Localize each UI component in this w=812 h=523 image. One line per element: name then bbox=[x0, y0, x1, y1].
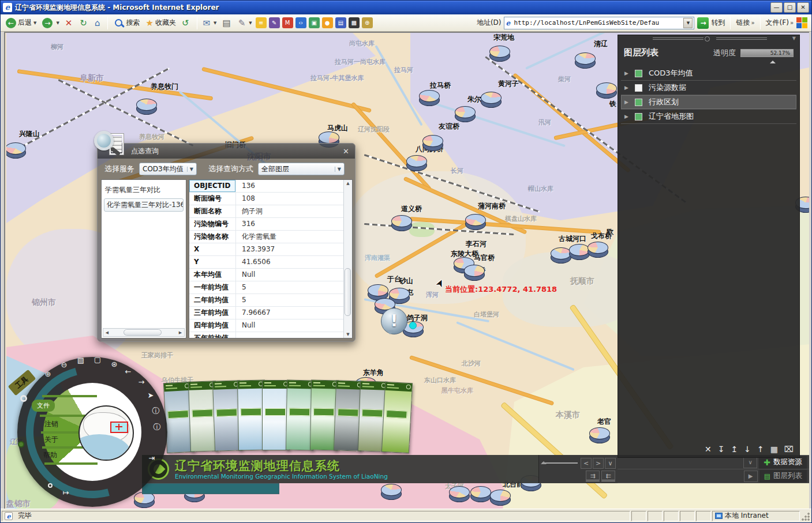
layer-list-expand-icon[interactable]: ▶ bbox=[744, 471, 758, 482]
carousel-prev-button[interactable]: < bbox=[581, 458, 592, 469]
query-mode-select[interactable]: 全部图层 ▼ bbox=[258, 163, 345, 175]
pie-chart-marker[interactable] bbox=[489, 46, 510, 61]
carousel-card[interactable] bbox=[381, 382, 413, 453]
scroll-up-icon[interactable]: ▲ bbox=[344, 181, 352, 186]
scroll-down-icon[interactable]: ▼ bbox=[344, 332, 352, 337]
pie-chart-marker[interactable] bbox=[575, 52, 596, 68]
maximize-button[interactable]: □ bbox=[784, 2, 796, 13]
vertical-scrollbar[interactable]: ▲ ▼ bbox=[343, 180, 352, 338]
result-list-item[interactable]: 化学需氧量三年对比-136 bbox=[104, 198, 184, 212]
expand-arrow-icon[interactable]: ▶ bbox=[624, 114, 635, 119]
pointer-icon[interactable]: ➤ bbox=[145, 391, 156, 400]
horizontal-scrollbar[interactable]: ◀ ▶ bbox=[103, 328, 185, 337]
zoom-out-icon[interactable]: ⊖ bbox=[58, 360, 70, 369]
minimap-extent-box[interactable] bbox=[110, 422, 128, 433]
globe-icon[interactable]: ⊛ bbox=[108, 360, 120, 368]
history-button[interactable]: ↺▼ bbox=[180, 17, 193, 29]
overview-minimap[interactable] bbox=[78, 405, 134, 461]
pie-chart-marker[interactable] bbox=[481, 92, 502, 107]
expand-arrow-icon[interactable]: ▶ bbox=[624, 70, 635, 76]
opacity-slider-thumb-icon[interactable] bbox=[770, 58, 776, 63]
full-extent-icon[interactable]: ▢ bbox=[92, 355, 103, 364]
ball-icon[interactable]: ● bbox=[322, 17, 333, 28]
opacity-slider[interactable]: 52.17% bbox=[740, 49, 794, 57]
favorites-button[interactable]: ★收藏夹▼ bbox=[144, 17, 177, 29]
pie-chart-marker[interactable] bbox=[551, 247, 571, 263]
layer-row[interactable]: ▶辽宁省地形图 bbox=[621, 110, 796, 124]
print-button[interactable]: ▤▼ bbox=[220, 17, 234, 29]
notes-icon[interactable]: ≡ bbox=[256, 17, 267, 28]
layer-row[interactable]: ▶污染源数据 bbox=[621, 81, 796, 95]
pie-chart-marker[interactable] bbox=[368, 284, 388, 300]
dialog-close-icon[interactable]: ✕ bbox=[343, 147, 349, 156]
pie-chart-marker[interactable] bbox=[134, 492, 155, 507]
panel-drag-handle[interactable]: ▼ bbox=[618, 35, 799, 43]
layer-checkbox[interactable] bbox=[635, 99, 642, 106]
wheel-menu-item[interactable]: 注销 bbox=[44, 419, 58, 429]
pie-chart-marker[interactable] bbox=[419, 90, 440, 106]
qr-icon[interactable]: ▩ bbox=[349, 17, 360, 28]
media-icon[interactable]: ‹› bbox=[295, 17, 306, 28]
pie-chart-marker[interactable] bbox=[464, 265, 485, 280]
carousel-slider[interactable] bbox=[542, 462, 578, 464]
book-icon[interactable]: ▤ bbox=[335, 17, 346, 28]
scroll-left-icon[interactable]: ◀ bbox=[103, 330, 111, 335]
attribute-table-icon[interactable]: ▦ bbox=[770, 445, 778, 454]
carousel-skip-back-button[interactable]: ⇇ bbox=[601, 471, 615, 481]
image-icon[interactable]: ▣ bbox=[309, 17, 320, 28]
move-bottom-icon[interactable]: ↧ bbox=[718, 445, 725, 454]
move-down-icon[interactable]: ↓ bbox=[744, 445, 751, 454]
layer-checkbox[interactable] bbox=[635, 84, 642, 92]
layer-list-button[interactable]: ▤图层列表 bbox=[759, 470, 807, 483]
carousel-collapse-button[interactable]: ∨ bbox=[605, 458, 616, 469]
wheel-slider-dot-icon[interactable] bbox=[18, 441, 24, 447]
home-button[interactable]: ⌂▼ bbox=[93, 17, 104, 29]
pie-chart-marker[interactable] bbox=[596, 82, 617, 98]
data-resource-collapse-icon[interactable]: ∨ bbox=[743, 457, 757, 468]
close-panel-icon[interactable]: ✕ bbox=[705, 445, 712, 454]
carousel-next-button[interactable]: > bbox=[593, 458, 604, 469]
alert-balloon-icon[interactable]: ! bbox=[381, 308, 407, 334]
address-input[interactable]: e http://localhost/LnPemGisWebSite/Defau… bbox=[504, 17, 694, 29]
minimize-button[interactable]: — bbox=[770, 2, 783, 13]
layer-row[interactable]: ▶行政区划 bbox=[621, 95, 796, 110]
next-view-icon[interactable]: ⇥ bbox=[146, 454, 158, 462]
exit-icon[interactable]: ↦ bbox=[60, 488, 72, 497]
slider-thumb-icon[interactable] bbox=[541, 458, 547, 464]
pan-right-icon[interactable]: → bbox=[136, 378, 147, 386]
layer-checkbox[interactable] bbox=[635, 113, 642, 121]
wheel-slider-knob-icon[interactable] bbox=[20, 395, 27, 402]
scroll-right-icon[interactable]: ▶ bbox=[177, 330, 184, 335]
pie-chart-marker[interactable] bbox=[391, 215, 412, 231]
pie-chart-marker[interactable] bbox=[449, 486, 470, 502]
identify-icon[interactable]: ⓘ bbox=[150, 406, 162, 416]
pie-chart-marker[interactable] bbox=[470, 486, 491, 502]
go-button[interactable]: → 转到 bbox=[697, 17, 725, 29]
edit-button[interactable]: ✎▼ bbox=[237, 17, 254, 29]
scrollbar-thumb[interactable] bbox=[345, 268, 351, 315]
zoom-box-icon[interactable]: ▧ bbox=[75, 356, 87, 364]
search-button[interactable]: 搜索▼ bbox=[112, 17, 141, 29]
refresh-button[interactable]: ↻▼ bbox=[78, 17, 91, 29]
expand-arrow-icon[interactable]: ▶ bbox=[624, 99, 635, 105]
pie-chart-marker[interactable] bbox=[136, 99, 157, 114]
wheel-menu-item[interactable]: 关于 bbox=[44, 435, 58, 445]
close-button[interactable]: ✕ bbox=[797, 2, 809, 13]
stop-button[interactable]: ✕▼ bbox=[63, 17, 76, 29]
pie-chart-marker[interactable] bbox=[588, 242, 608, 257]
layer-row[interactable]: ▶COD3年均值 bbox=[621, 66, 796, 81]
pie-chart-marker[interactable] bbox=[465, 214, 486, 229]
pie-chart-marker[interactable] bbox=[422, 135, 443, 150]
wheel-menu-item[interactable]: 帮助 bbox=[43, 450, 57, 460]
move-up-icon[interactable]: ↑ bbox=[757, 445, 764, 454]
messenger-icon[interactable]: M bbox=[282, 17, 293, 28]
pie-chart-marker[interactable] bbox=[589, 427, 610, 443]
layer-checkbox[interactable] bbox=[635, 70, 642, 77]
carousel-skip-forward-button[interactable]: ⇉ bbox=[586, 471, 600, 481]
forward-button[interactable]: →▼ bbox=[40, 17, 61, 29]
pan-left-icon[interactable]: ← bbox=[122, 367, 134, 376]
info-icon[interactable]: ⓘ bbox=[151, 422, 163, 432]
move-top-icon[interactable]: ↥ bbox=[731, 445, 738, 454]
map-canvas[interactable]: 柳河阜新市养息牧门兴隆山宋荒地清辽尚屯水库拉马河一尚屯水库拉马河-牛其堡水库拉马… bbox=[6, 33, 809, 510]
address-dropdown-icon[interactable]: ▼ bbox=[683, 18, 693, 28]
